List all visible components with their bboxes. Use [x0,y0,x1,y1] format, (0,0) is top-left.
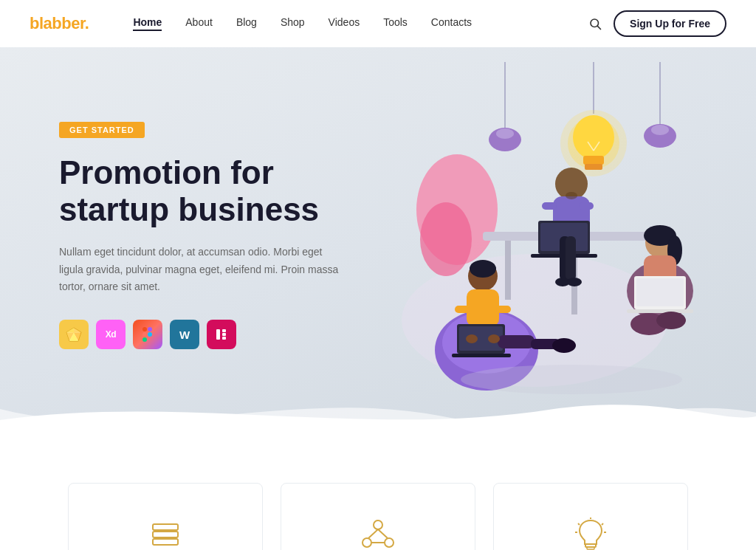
svg-point-80 [385,538,394,547]
svg-rect-67 [498,335,535,348]
svg-rect-15 [222,333,226,336]
elementor-icon [215,328,228,341]
svg-rect-55 [636,278,684,306]
hero-illustration [343,62,726,431]
nav-tools[interactable]: Tools [383,16,408,31]
svg-point-48 [566,192,577,199]
tech-icon-xd[interactable]: Xd [96,320,126,349]
svg-rect-8 [142,327,147,331]
svg-rect-11 [148,327,152,331]
svg-rect-45 [566,236,576,281]
svg-point-79 [362,538,371,547]
navbar: blabber. Home About Blog Shop Videos Too… [0,0,756,47]
svg-rect-63 [467,289,499,326]
tech-icons-row: Xd W [59,320,391,349]
svg-rect-36 [505,241,511,300]
search-button[interactable] [588,17,602,30]
svg-point-22 [496,128,514,139]
nav-links: Home About Blog Shop Videos Tools Contac… [133,16,588,31]
svg-point-62 [470,260,496,278]
feature-card-project: Project Management [68,483,263,550]
svg-rect-13 [216,329,220,340]
svg-point-74 [461,365,682,394]
tech-icon-figma[interactable] [133,320,162,349]
sketch-icon [65,326,83,343]
hero-svg [343,62,726,431]
svg-point-72 [466,334,478,343]
svg-rect-56 [627,309,693,313]
svg-point-25 [651,125,669,135]
feature-card-marketing: Marketing Activities [281,483,475,550]
svg-point-29 [573,115,614,159]
marketing-activities-icon [357,513,399,550]
svg-line-82 [378,529,388,538]
brand-logo[interactable]: blabber. [30,14,89,33]
svg-point-73 [488,334,500,343]
wordpress-label: W [179,329,190,341]
search-icon [588,17,602,30]
svg-point-47 [567,278,582,286]
professional-support-icon [570,513,611,550]
svg-rect-75 [153,539,178,545]
svg-rect-30 [583,156,604,165]
nav-blog[interactable]: Blog [236,16,257,31]
features-section: Project Management Marketing Activities [0,439,756,550]
svg-line-87 [578,523,580,525]
hero-section: GET STARTED Promotion for startup busine… [0,47,756,439]
svg-rect-71 [496,306,511,313]
svg-rect-12 [148,332,152,337]
tech-icon-sketch[interactable] [59,320,89,349]
svg-rect-85 [587,547,594,549]
svg-rect-16 [222,337,226,340]
hero-description: Nullam eget tincidunt dolor, at accumsan… [59,244,340,296]
tech-icon-wordpress[interactable]: W [170,320,199,349]
xd-label: Xd [106,329,116,340]
svg-rect-31 [585,164,602,170]
brand-dot: . [85,14,89,32]
tech-icon-elementor[interactable] [207,320,236,349]
svg-marker-4 [66,328,74,333]
svg-rect-10 [142,337,147,342]
svg-rect-70 [455,306,470,313]
nav-actions: Sign Up for Free [588,10,726,37]
svg-point-19 [420,202,472,276]
brand-name: blabber [30,14,85,32]
nav-videos[interactable]: Videos [329,16,360,31]
svg-point-58 [656,312,686,329]
svg-rect-76 [153,532,178,537]
svg-point-78 [374,520,382,529]
svg-rect-77 [153,524,178,530]
svg-line-81 [368,529,378,538]
hero-title: Promotion for startup business [59,154,391,229]
project-management-icon [145,513,186,550]
lightbulb-icon [572,516,609,550]
svg-line-88 [602,523,603,525]
feature-card-support: Professional Support [493,483,688,550]
nav-shop[interactable]: Shop [281,16,305,31]
svg-rect-40 [579,202,594,210]
svg-marker-3 [74,328,81,333]
nav-contacts[interactable]: Contacts [431,16,472,31]
nav-about[interactable]: About [185,16,213,31]
signup-button[interactable]: Sign Up for Free [614,10,726,37]
svg-rect-9 [142,332,147,337]
svg-point-69 [552,338,576,353]
figma-icon [142,326,154,343]
svg-rect-66 [452,354,511,357]
hero-content: GET STARTED Promotion for startup busine… [59,122,391,350]
svg-rect-39 [542,202,557,210]
nav-home[interactable]: Home [133,16,162,31]
svg-rect-14 [222,329,226,332]
svg-line-1 [597,26,600,29]
network-icon [360,516,396,550]
layers-icon [147,518,184,549]
hero-badge: GET STARTED [59,122,145,138]
